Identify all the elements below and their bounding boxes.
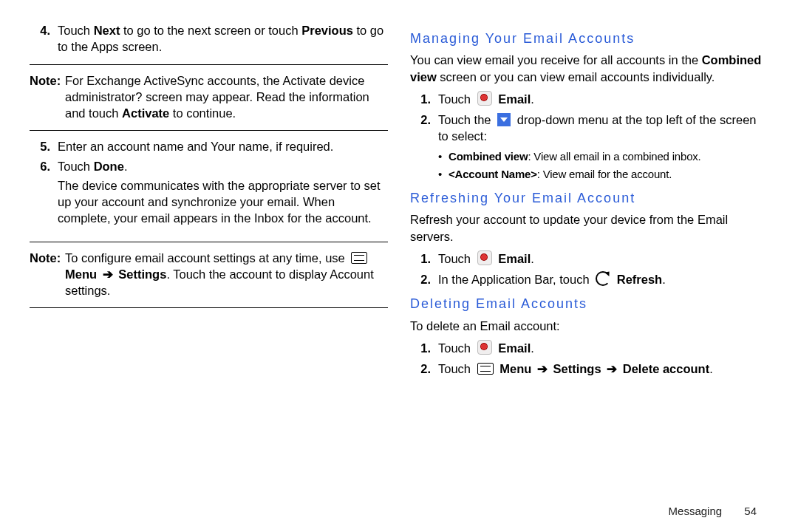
footer-page-number: 54 — [744, 505, 757, 517]
text: Touch the — [438, 113, 494, 126]
refresh-icon — [596, 271, 610, 286]
manual-page: 4. Touch Next to go to the next screen o… — [0, 0, 798, 532]
bold-previous: Previous — [301, 24, 353, 37]
text: to continue. — [169, 106, 236, 120]
footer-section: Messaging — [669, 505, 723, 517]
step-4: 4. Touch Next to go to the next screen o… — [30, 22, 388, 55]
email-icon — [477, 91, 492, 106]
refreshing-step-2: 2. In the Application Bar, touch Refresh… — [410, 271, 768, 287]
step-number: 1. — [420, 341, 431, 355]
bold-account-name: <Account Name> — [449, 168, 537, 180]
bold-email: Email — [498, 92, 531, 106]
heading-refreshing: Refreshing Your Email Account — [410, 189, 768, 207]
divider — [30, 242, 388, 242]
heading-deleting: Deleting Email Accounts — [410, 295, 768, 313]
refreshing-step-1: 1. Touch Email. — [410, 250, 768, 267]
deleting-step-2: 2. Touch Menu ➔ Settings ➔ Delete accoun… — [410, 361, 768, 377]
arrow-icon: ➔ — [607, 362, 617, 375]
text: You can view email you receive for all a… — [410, 53, 702, 66]
arrow-icon: ➔ — [103, 267, 113, 281]
text: To configure email account settings at a… — [65, 251, 348, 265]
text: . — [531, 92, 534, 106]
step-6-body: The device communicates with the appropr… — [58, 177, 388, 227]
note-label: Note: — [30, 72, 65, 122]
bold-settings: Settings — [553, 362, 601, 375]
text: : View email for the account. — [537, 168, 672, 180]
managing-intro: You can view email you receive for all a… — [410, 52, 768, 85]
step-4-text: Touch Next to go to the next screen or t… — [58, 22, 388, 55]
text: . — [124, 160, 128, 173]
left-column: 4. Touch Next to go to the next screen o… — [30, 22, 388, 517]
step-6-text: Touch Done. The device communicates with… — [58, 158, 388, 233]
managing-step-2: 2. Touch the drop-down menu at the top l… — [410, 112, 768, 145]
step-number: 2. — [420, 273, 431, 286]
step-number: 1. — [420, 92, 431, 106]
divider — [30, 307, 388, 308]
text: : View all email in a combined inbox. — [528, 150, 700, 163]
bold-email: Email — [498, 341, 531, 355]
managing-step-1: 1. Touch Email. — [410, 91, 768, 107]
divider — [30, 130, 388, 131]
email-icon — [477, 250, 492, 265]
bold-email: Email — [498, 252, 531, 265]
managing-bullets: • Combined view: View all email in a com… — [438, 149, 768, 183]
text: . — [662, 273, 666, 286]
heading-managing: Managing Your Email Accounts — [410, 30, 768, 47]
divider — [30, 64, 388, 65]
text: Touch — [438, 362, 474, 375]
text: . — [531, 252, 534, 265]
text: . — [709, 362, 713, 375]
bullet-combined-view: • Combined view: View all email in a com… — [438, 149, 768, 164]
email-icon — [477, 340, 492, 355]
step-6: 6. Touch Done. The device communicates w… — [30, 158, 388, 233]
step-number: 2. — [420, 362, 431, 375]
text: Touch — [58, 24, 94, 37]
text: Touch — [438, 92, 474, 106]
deleting-intro: To delete an Email account: — [410, 318, 768, 334]
step-5: 5. Enter an account name and Your name, … — [30, 138, 388, 154]
menu-icon — [351, 252, 367, 264]
bold-delete-account: Delete account — [623, 362, 709, 375]
deleting-steps: 1. Touch Email. 2. Touch Menu ➔ Settings… — [410, 340, 768, 378]
arrow-icon: ➔ — [537, 362, 548, 375]
step-number: 6. — [40, 160, 50, 173]
note-1: Note: For Exchange ActiveSync accounts, … — [30, 72, 388, 122]
step-number: 4. — [40, 24, 50, 37]
bold-combined-view: Combined view — [449, 150, 528, 163]
bold-menu: Menu — [499, 362, 531, 375]
bold-refresh: Refresh — [617, 273, 662, 286]
refreshing-intro: Refresh your account to update your devi… — [410, 211, 768, 245]
step-number: 5. — [40, 140, 50, 153]
text: Touch — [438, 252, 474, 265]
text: Touch — [58, 160, 94, 173]
note-2: Note: To configure email account setting… — [30, 250, 388, 299]
step-number: 2. — [420, 113, 431, 126]
page-footer: Messaging 54 — [669, 504, 757, 519]
text: . — [531, 341, 534, 355]
dropdown-icon — [497, 113, 511, 126]
text: Touch — [438, 341, 474, 355]
step-5-text: Enter an account name and Your name, if … — [58, 138, 388, 154]
bullet-account-name: • <Account Name>: View email for the acc… — [438, 167, 768, 182]
bold-activate: Activate — [122, 106, 169, 120]
text: In the Application Bar, touch — [438, 273, 593, 286]
text: to go to the next screen or touch — [120, 24, 301, 37]
deleting-step-1: 1. Touch Email. — [410, 340, 768, 356]
text: screen or you can view email accounts in… — [437, 70, 715, 83]
note-1-text: For Exchange ActiveSync accounts, the Ac… — [65, 72, 388, 122]
right-column: Managing Your Email Accounts You can vie… — [410, 22, 768, 517]
bold-next: Next — [94, 24, 120, 37]
bold-done: Done — [94, 160, 124, 173]
bold-settings: Settings — [118, 267, 166, 281]
step-number: 1. — [420, 252, 431, 265]
managing-steps: 1. Touch Email. 2. Touch the drop-down m… — [410, 91, 768, 145]
refreshing-steps: 1. Touch Email. 2. In the Application Ba… — [410, 250, 768, 288]
note-label: Note: — [30, 250, 65, 299]
menu-icon — [477, 363, 494, 375]
note-2-text: To configure email account settings at a… — [65, 250, 388, 299]
bold-menu: Menu — [65, 267, 97, 281]
